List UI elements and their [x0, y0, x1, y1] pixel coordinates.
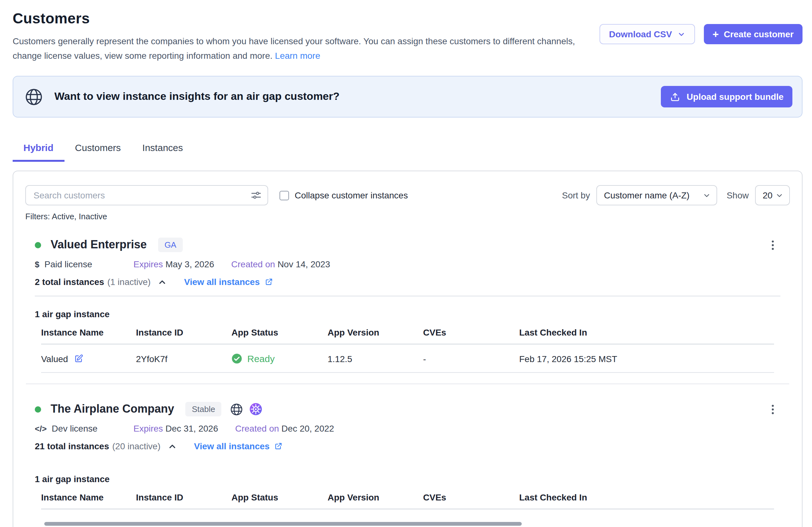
page-title: Customers — [13, 10, 585, 27]
col-cves: CVEs — [423, 327, 519, 344]
check-circle-icon — [231, 353, 242, 364]
external-link-icon — [274, 442, 283, 451]
instances-table: Instance Name Instance ID App Status App… — [41, 327, 774, 373]
instances-table: Instance Name Instance ID App Status App… — [41, 492, 774, 509]
download-csv-button[interactable]: Download CSV — [599, 24, 695, 44]
app-status-label: Ready — [247, 353, 275, 364]
horizontal-scrollbar-thumb[interactable] — [44, 522, 522, 526]
customer-section: Valued Enterprise GA $ Paid license Expi… — [13, 238, 802, 373]
expires-value: May 3, 2026 — [165, 259, 214, 269]
show-label: Show — [727, 190, 749, 200]
expires-label: Expires — [133, 423, 163, 434]
create-customer-button[interactable]: + Create customer — [704, 24, 802, 44]
view-all-instances-label: View all instances — [184, 277, 260, 287]
code-icon: </> — [35, 424, 47, 433]
tab-hybrid[interactable]: Hybrid — [13, 136, 64, 162]
upload-icon — [670, 91, 680, 102]
filter-sliders-icon[interactable] — [250, 190, 262, 201]
customers-page: Customers Customers generally represent … — [0, 0, 812, 527]
col-last-checked-in: Last Checked In — [519, 327, 774, 344]
channel-badge: GA — [158, 238, 183, 252]
created-item: Created on Nov 14, 2023 — [231, 259, 330, 269]
chevron-down-icon — [702, 191, 711, 199]
col-app-version: App Version — [328, 327, 423, 344]
expires-item: Expires May 3, 2026 — [133, 259, 214, 269]
customer-name: Valued Enterprise — [50, 238, 147, 252]
col-instance-name: Instance Name — [41, 327, 136, 344]
col-app-status: App Status — [231, 492, 328, 509]
created-value: Dec 20, 2022 — [281, 423, 334, 434]
instance-name: Valued — [41, 353, 68, 364]
airgap-heading: 1 air gap instance — [35, 309, 802, 319]
col-instance-name: Instance Name — [41, 492, 136, 509]
expires-value: Dec 31, 2026 — [165, 423, 218, 434]
edit-icon[interactable] — [74, 354, 83, 363]
sort-select[interactable]: Customer name (A-Z) — [596, 185, 717, 205]
chevron-up-icon[interactable] — [158, 277, 167, 287]
total-instances: 2 total instances — [35, 277, 104, 287]
last-checked-in-cell: Feb 17, 2026 15:25 MST — [519, 344, 774, 373]
customer-name: The Airplane Company — [50, 403, 174, 416]
instance-id-cell: 2YfoK7f — [136, 344, 231, 373]
toolbar: Collapse customer instances Sort by Cust… — [25, 185, 790, 205]
sort-select-value: Customer name (A-Z) — [604, 190, 690, 200]
total-instances: 21 total instances — [35, 441, 109, 451]
license-type-label: Dev license — [52, 423, 98, 434]
table-header-row: Instance Name Instance ID App Status App… — [41, 327, 774, 344]
cves-cell: - — [423, 344, 519, 373]
app-status-cell: Ready — [231, 344, 328, 373]
col-instance-id: Instance ID — [136, 327, 231, 344]
created-label: Created on — [235, 423, 279, 434]
collapse-instances-checkbox[interactable] — [279, 191, 289, 200]
created-value: Nov 14, 2023 — [278, 259, 330, 269]
tab-instances[interactable]: Instances — [132, 136, 193, 162]
license-type: $ Paid license — [35, 259, 133, 269]
customers-card: Collapse customer instances Sort by Cust… — [13, 171, 802, 527]
download-csv-label: Download CSV — [609, 29, 672, 39]
view-all-instances-link[interactable]: View all instances — [184, 277, 273, 287]
view-all-instances-label: View all instances — [194, 441, 270, 451]
tab-customers[interactable]: Customers — [64, 136, 132, 162]
customer-divider — [26, 383, 789, 384]
table-row: Valued 2YfoK7f Ready 1.12.5 - — [41, 344, 774, 373]
created-label: Created on — [231, 259, 275, 269]
sort-by-label: Sort by — [562, 190, 590, 200]
tab-bar: Hybrid Customers Instances — [13, 136, 812, 162]
inactive-count: (20 inactive) — [112, 441, 161, 451]
globe-icon — [230, 402, 244, 416]
learn-more-link[interactable]: Learn more — [275, 50, 320, 61]
collapse-instances-label: Collapse customer instances — [295, 190, 408, 200]
page-description: Customers generally represent the compan… — [13, 34, 585, 63]
chevron-up-icon[interactable] — [168, 441, 177, 451]
upload-support-bundle-button[interactable]: Upload support bundle — [661, 86, 793, 107]
active-filters-text: Filters: Active, Inactive — [25, 212, 802, 221]
banner-title: Want to view instance insights for an ai… — [54, 90, 661, 103]
app-version-cell: 1.12.5 — [328, 344, 423, 373]
status-dot — [35, 242, 41, 248]
inactive-count: (1 inactive) — [107, 277, 150, 287]
search-box — [25, 185, 268, 205]
helm-icon — [249, 403, 263, 416]
col-cves: CVEs — [423, 492, 519, 509]
external-link-icon — [264, 277, 273, 286]
table-header-row: Instance Name Instance ID App Status App… — [41, 492, 774, 509]
collapse-instances-group: Collapse customer instances — [279, 190, 408, 200]
customer-section: The Airplane Company Stable </> Dev lice… — [13, 402, 802, 509]
dollar-icon: $ — [35, 259, 39, 269]
license-type: </> Dev license — [35, 423, 133, 434]
install-type-icons — [230, 402, 263, 416]
view-all-instances-link[interactable]: View all instances — [194, 441, 283, 451]
kebab-menu-button[interactable] — [767, 239, 779, 251]
col-last-checked-in: Last Checked In — [519, 492, 774, 509]
kebab-menu-button[interactable] — [767, 403, 779, 416]
upload-support-bundle-label: Upload support bundle — [687, 92, 784, 102]
search-input[interactable] — [25, 185, 268, 205]
expires-label: Expires — [133, 259, 163, 269]
channel-badge: Stable — [186, 402, 222, 417]
col-instance-id: Instance ID — [136, 492, 231, 509]
show-count-select[interactable]: 20 — [755, 185, 790, 205]
created-item: Created on Dec 20, 2022 — [235, 423, 334, 434]
page-header: Customers Customers generally represent … — [0, 0, 812, 63]
divider — [35, 296, 780, 296]
col-app-status: App Status — [231, 327, 328, 344]
